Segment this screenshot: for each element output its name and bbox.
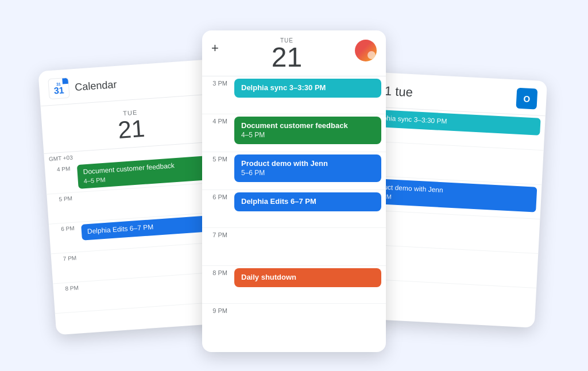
center-time-label-7pm: 7 PM	[202, 228, 232, 238]
calendar-title: Calendar	[75, 78, 117, 93]
center-time-content: Delphia Edits 6–7 PM	[232, 190, 386, 215]
center-date-block: TUE 21	[272, 37, 302, 71]
center-header: + TUE 21	[202, 30, 386, 76]
event-title: Document customer feedback	[241, 121, 374, 131]
time-label-6pm: 6 PM	[49, 222, 79, 233]
right-event-product-demo[interactable]: roduct demo with Jenn –6 PM	[367, 178, 537, 212]
event-title: Delphia sync 3–3:30 PM	[241, 83, 374, 93]
center-time-label-8pm: 8 PM	[202, 266, 232, 276]
center-time-row: 6 PM Delphia Edits 6–7 PM	[202, 190, 386, 228]
event-title: Delphia Edits 6–7 PM	[87, 219, 218, 237]
center-time-row: 9 PM	[202, 304, 386, 341]
event-product-demo[interactable]: Product demo with Jenn 5–6 PM	[234, 154, 381, 182]
event-title: Delphia Edits 6–7 PM	[241, 197, 374, 207]
center-time-content-empty	[232, 304, 386, 308]
center-time-content: Daily shutdown	[232, 266, 386, 291]
center-time-content: Product demo with Jenn 5–6 PM	[232, 152, 386, 186]
center-card: + TUE 21 3 PM Delphia sync 3–3:30 PM 4 P…	[202, 30, 386, 352]
event-time: 5–6 PM	[241, 169, 374, 178]
outlook-icon: O	[516, 88, 537, 110]
scene: 31 31 Calendar TUE 21 GMT +03 4 PM Docum…	[47, 19, 541, 352]
center-time-label-3pm: 3 PM	[202, 76, 232, 87]
user-avatar[interactable]	[355, 40, 377, 61]
center-time-row: 3 PM Delphia sync 3–3:30 PM	[202, 76, 386, 114]
center-time-row: 7 PM	[202, 228, 386, 266]
center-time-content-empty	[232, 228, 386, 233]
time-label-7pm: 7 PM	[51, 252, 82, 263]
event-title: elphia sync 3–3:30 PM	[377, 114, 535, 131]
center-time-label-6pm: 6 PM	[202, 190, 232, 200]
center-time-row: 5 PM Product demo with Jenn 5–6 PM	[202, 152, 386, 190]
event-delphia-sync[interactable]: Delphia sync 3–3:30 PM	[234, 79, 381, 98]
center-time-row: 8 PM Daily shutdown	[202, 266, 386, 304]
time-label-5pm: 5 PM	[47, 192, 77, 203]
center-time-row: 4 PM Document customer feedback 4–5 PM	[202, 114, 386, 152]
time-label-4pm: 4 PM	[45, 163, 75, 174]
event-daily-shutdown[interactable]: Daily shutdown	[234, 268, 381, 287]
gcal-logo: 31 31	[48, 78, 69, 99]
event-doc-feedback-center[interactable]: Document customer feedback 4–5 PM	[234, 117, 381, 144]
add-event-button[interactable]: +	[211, 42, 219, 55]
event-title: Daily shutdown	[241, 273, 374, 283]
center-time-grid: 3 PM Delphia sync 3–3:30 PM 4 PM Documen…	[202, 76, 386, 341]
logo-num-text: 31	[53, 86, 64, 95]
outlook-logo-svg	[523, 94, 531, 103]
right-time-grid: elphia sync 3–3:30 PM roduct demo with J…	[359, 107, 546, 288]
event-delphia-edits-center[interactable]: Delphia Edits 6–7 PM	[234, 192, 381, 211]
center-time-label-4pm: 4 PM	[202, 114, 232, 125]
center-time-content: Document customer feedback 4–5 PM	[232, 114, 386, 148]
event-title: Product demo with Jenn	[241, 159, 374, 169]
time-label-8pm: 8 PM	[53, 282, 83, 293]
center-day-num: 21	[272, 44, 302, 71]
center-time-content: Delphia sync 3–3:30 PM	[232, 76, 386, 102]
center-time-label-9pm: 9 PM	[202, 304, 232, 314]
event-time: 4–5 PM	[241, 131, 374, 140]
center-time-label-5pm: 5 PM	[202, 152, 232, 163]
